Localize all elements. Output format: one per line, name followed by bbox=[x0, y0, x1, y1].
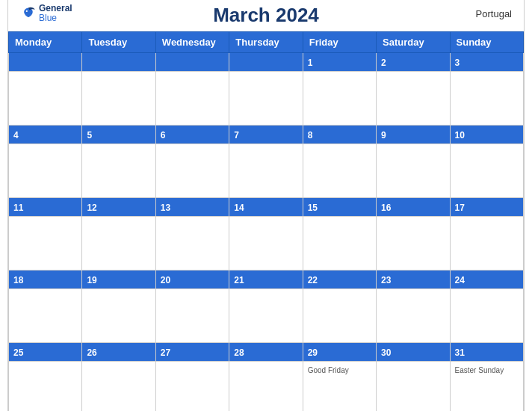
day-number-cell: 21 bbox=[229, 270, 303, 288]
day-number-cell: 16 bbox=[377, 197, 450, 216]
day-number: 3 bbox=[455, 58, 460, 68]
week-number-row-4: 18192021222324 bbox=[9, 270, 524, 288]
day-number: 26 bbox=[87, 347, 96, 358]
country-label: Portugal bbox=[476, 8, 512, 19]
week-number-row-3: 11121314151617 bbox=[9, 197, 524, 216]
day-number-cell: 25 bbox=[9, 342, 82, 361]
week-number-row-2: 45678910 bbox=[9, 125, 524, 143]
day-number: 29 bbox=[308, 347, 318, 358]
day-content-cell bbox=[229, 143, 303, 197]
day-content-cell bbox=[229, 361, 303, 411]
day-number-cell: 10 bbox=[450, 125, 523, 143]
week-content-row-2 bbox=[9, 143, 524, 197]
day-content-cell bbox=[9, 216, 82, 270]
day-number-cell bbox=[9, 52, 82, 71]
day-number-cell: 14 bbox=[229, 197, 303, 216]
day-content-cell bbox=[377, 71, 450, 125]
day-number: 13 bbox=[161, 203, 170, 213]
week-content-row-1 bbox=[9, 71, 524, 125]
day-number-cell: 9 bbox=[377, 125, 450, 143]
day-content-cell bbox=[303, 71, 376, 125]
day-number: 31 bbox=[455, 347, 465, 358]
day-content-cell bbox=[9, 288, 82, 342]
day-number: 8 bbox=[308, 130, 313, 140]
weekday-header-row: MondayTuesdayWednesdayThursdayFridaySatu… bbox=[9, 31, 524, 52]
day-content-cell bbox=[377, 288, 450, 342]
weekday-saturday: Saturday bbox=[377, 31, 450, 52]
day-number-cell: 17 bbox=[450, 197, 523, 216]
day-number-cell bbox=[155, 52, 229, 71]
day-content-cell bbox=[155, 71, 229, 125]
day-content-cell bbox=[9, 143, 82, 197]
day-number: 23 bbox=[381, 275, 391, 285]
day-number: 20 bbox=[161, 275, 170, 285]
day-number-cell: 2 bbox=[377, 52, 450, 71]
day-content-cell bbox=[82, 288, 155, 342]
day-content-cell bbox=[450, 143, 523, 197]
day-number-cell: 31 bbox=[450, 342, 523, 361]
day-number: 22 bbox=[308, 275, 318, 285]
day-content-cell bbox=[82, 71, 155, 125]
week-number-row-1: 123 bbox=[9, 52, 524, 71]
day-content-cell: Easter Sunday bbox=[450, 361, 523, 411]
day-content-cell bbox=[229, 288, 303, 342]
weekday-friday: Friday bbox=[303, 31, 376, 52]
day-number: 5 bbox=[87, 130, 92, 140]
svg-point-0 bbox=[26, 10, 28, 12]
day-number-cell: 20 bbox=[155, 270, 229, 288]
day-content-cell bbox=[229, 71, 303, 125]
day-content-cell bbox=[450, 216, 523, 270]
day-number-cell: 7 bbox=[229, 125, 303, 143]
day-number-cell: 28 bbox=[229, 342, 303, 361]
calendar-container: General Blue March 2024 Portugal MondayT… bbox=[7, 0, 525, 411]
day-number-cell: 12 bbox=[82, 197, 155, 216]
day-number: 16 bbox=[381, 203, 391, 213]
day-number-cell: 13 bbox=[155, 197, 229, 216]
day-number-cell: 24 bbox=[450, 270, 523, 288]
day-number: 25 bbox=[13, 347, 23, 358]
day-content-cell: Good Friday bbox=[303, 361, 376, 411]
day-number-cell: 3 bbox=[450, 52, 523, 71]
day-event: Good Friday bbox=[308, 366, 371, 374]
day-number: 18 bbox=[13, 275, 23, 285]
day-content-cell bbox=[9, 361, 82, 411]
day-number: 21 bbox=[234, 275, 244, 285]
day-content-cell bbox=[155, 288, 229, 342]
day-number: 14 bbox=[234, 203, 244, 213]
day-number: 2 bbox=[381, 58, 386, 68]
day-number: 4 bbox=[13, 130, 19, 140]
weekday-monday: Monday bbox=[9, 31, 82, 52]
week-content-row-3 bbox=[9, 216, 524, 270]
weekday-wednesday: Wednesday bbox=[155, 31, 229, 52]
day-number: 15 bbox=[308, 203, 318, 213]
day-content-cell bbox=[303, 216, 376, 270]
day-content-cell bbox=[450, 71, 523, 125]
day-content-cell bbox=[82, 143, 155, 197]
day-number: 17 bbox=[455, 203, 465, 213]
week-content-row-5: Good FridayEaster Sunday bbox=[9, 361, 524, 411]
day-content-cell bbox=[82, 216, 155, 270]
day-number: 27 bbox=[161, 347, 170, 358]
day-content-cell bbox=[9, 71, 82, 125]
day-number-cell: 8 bbox=[303, 125, 376, 143]
day-content-cell bbox=[377, 361, 450, 411]
day-number: 1 bbox=[308, 58, 313, 68]
day-event: Easter Sunday bbox=[455, 366, 519, 374]
day-number-cell: 6 bbox=[155, 125, 229, 143]
day-number: 24 bbox=[455, 275, 465, 285]
calendar-header: General Blue March 2024 Portugal bbox=[8, 0, 524, 31]
week-content-row-4 bbox=[9, 288, 524, 342]
weekday-sunday: Sunday bbox=[450, 31, 523, 52]
day-number-cell: 11 bbox=[9, 197, 82, 216]
weekday-thursday: Thursday bbox=[229, 31, 303, 52]
day-number-cell: 15 bbox=[303, 197, 376, 216]
day-number: 30 bbox=[381, 347, 391, 358]
day-number: 6 bbox=[161, 130, 166, 140]
day-number-cell: 1 bbox=[303, 52, 376, 71]
day-content-cell bbox=[155, 361, 229, 411]
day-content-cell bbox=[303, 143, 376, 197]
day-content-cell bbox=[450, 288, 523, 342]
logo-text-blue: Blue bbox=[39, 13, 72, 23]
week-number-row-5: 25262728293031 bbox=[9, 342, 524, 361]
day-content-cell bbox=[82, 361, 155, 411]
